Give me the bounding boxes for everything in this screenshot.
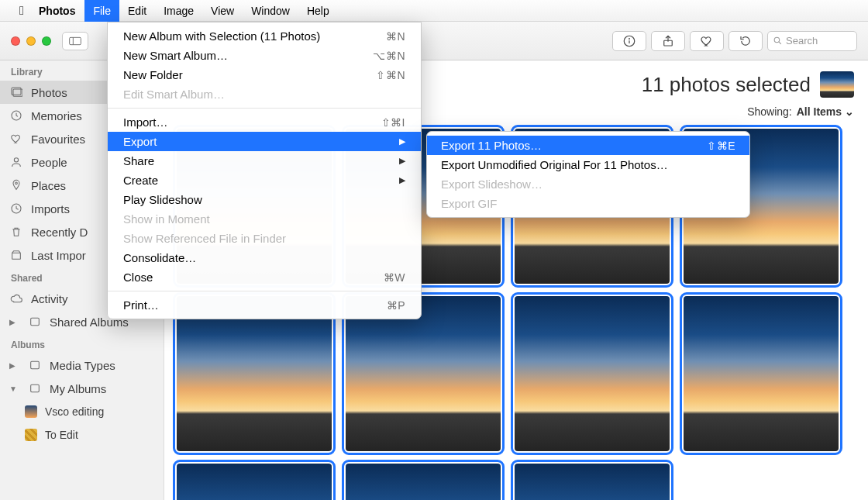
menu-show-in-moment: Show in Moment [108, 209, 421, 229]
photo-thumb[interactable] [177, 296, 332, 451]
photo-thumb[interactable] [515, 296, 670, 451]
menu-print[interactable]: Print…⌘P [108, 295, 421, 315]
photos-icon [9, 86, 23, 98]
menu-export-gif: Export GIF [427, 194, 749, 213]
menu-file[interactable]: File [84, 0, 119, 22]
menu-new-folder[interactable]: New Folder⇧⌘N [108, 65, 421, 84]
disclosure-icon: ▶ [9, 361, 19, 370]
photo-thumb[interactable] [346, 464, 501, 500]
selection-count: 11 photos selected [642, 73, 811, 97]
menu-window[interactable]: Window [243, 0, 298, 22]
svg-line-7 [779, 42, 781, 44]
menu-view[interactable]: View [202, 0, 243, 22]
menu-new-smart-album[interactable]: New Smart Album…⌥⌘N [108, 46, 421, 65]
person-icon [9, 156, 23, 168]
rotate-button[interactable] [728, 31, 763, 51]
file-menu-dropdown: New Album with Selection (11 Photos)⌘N N… [107, 22, 422, 319]
album-icon [28, 382, 42, 395]
menu-import[interactable]: Import…⇧⌘I [108, 112, 421, 132]
apple-menu[interactable]:  [14, 4, 29, 18]
sidebar-item-my-albums[interactable]: ▼My Albums [0, 377, 164, 400]
album-thumb [25, 429, 37, 441]
minimize-window-button[interactable] [26, 36, 36, 46]
svg-rect-15 [31, 318, 40, 325]
submenu-arrow-icon: ▶ [399, 136, 405, 147]
menu-help[interactable]: Help [298, 0, 338, 22]
sidebar-item-media-types[interactable]: ▶Media Types [0, 353, 164, 377]
photo-thumb[interactable] [177, 464, 332, 500]
svg-point-11 [14, 158, 18, 162]
menu-consolidate[interactable]: Consolidate… [108, 248, 421, 267]
album-icon [28, 359, 42, 371]
menu-export-unmodified[interactable]: Export Unmodified Original For 11 Photos… [427, 155, 749, 174]
menu-edit[interactable]: Edit [119, 0, 155, 22]
menu-image[interactable]: Image [155, 0, 202, 22]
svg-rect-0 [70, 37, 81, 44]
svg-rect-14 [12, 253, 21, 259]
zoom-window-button[interactable] [42, 36, 51, 46]
key-photo[interactable] [820, 71, 854, 98]
memories-icon [9, 109, 23, 122]
photo-thumb[interactable] [684, 296, 839, 451]
sidebar-album-vsco[interactable]: Vsco editing [0, 400, 164, 423]
share-button[interactable] [651, 31, 685, 51]
menu-share[interactable]: Share▶ [108, 151, 421, 171]
menu-export-slideshow: Export Slideshow… [427, 174, 749, 194]
svg-rect-16 [31, 361, 40, 368]
svg-rect-17 [31, 384, 40, 391]
box-icon [9, 249, 23, 261]
svg-point-4 [629, 38, 630, 39]
menu-play-slideshow[interactable]: Play Slideshow [108, 190, 421, 209]
toggle-sidebar-button[interactable] [62, 32, 88, 50]
menu-close[interactable]: Close⌘W [108, 267, 421, 287]
search-field[interactable]: Search [767, 31, 857, 51]
showing-filter[interactable]: All Items ⌄ [797, 105, 854, 118]
menu-export-photos[interactable]: Export 11 Photos…⇧⌘E [427, 136, 749, 155]
submenu-arrow-icon: ▶ [399, 175, 405, 185]
close-window-button[interactable] [11, 36, 20, 46]
photo-thumb[interactable] [515, 464, 670, 500]
album-thumb [25, 405, 37, 418]
menu-show-referenced: Show Referenced File in Finder [108, 229, 421, 248]
submenu-arrow-icon: ▶ [399, 156, 405, 166]
search-icon [773, 36, 783, 46]
info-button[interactable] [612, 31, 646, 51]
app-name[interactable]: Photos [29, 5, 84, 17]
menu-edit-smart-album: Edit Smart Album… [108, 84, 421, 104]
disclosure-icon: ▶ [9, 318, 19, 326]
traffic-lights [11, 36, 51, 46]
cloud-icon [9, 292, 23, 305]
disclosure-icon: ▼ [9, 384, 19, 393]
svg-point-6 [774, 37, 780, 43]
clock-icon [9, 202, 23, 215]
menu-export[interactable]: Export▶ [108, 132, 421, 151]
favourite-button[interactable] [690, 31, 724, 51]
menu-separator [108, 108, 421, 109]
photo-thumb[interactable] [346, 296, 501, 451]
pin-icon [9, 179, 23, 191]
system-menubar:  Photos File Edit Image View Window Hel… [0, 0, 868, 22]
menu-create[interactable]: Create▶ [108, 171, 421, 190]
menu-new-album[interactable]: New Album with Selection (11 Photos)⌘N [108, 26, 421, 46]
album-icon [28, 316, 42, 328]
showing-label: Showing: [747, 105, 792, 118]
sidebar-section-albums: Albums [0, 333, 164, 353]
svg-point-12 [16, 182, 18, 184]
search-placeholder: Search [786, 35, 818, 47]
menu-separator [108, 291, 421, 291]
trash-icon [9, 226, 23, 238]
heart-icon [9, 133, 23, 145]
export-submenu: Export 11 Photos…⇧⌘E Export Unmodified O… [426, 131, 750, 218]
sidebar-album-to-edit[interactable]: To Edit [0, 423, 164, 447]
